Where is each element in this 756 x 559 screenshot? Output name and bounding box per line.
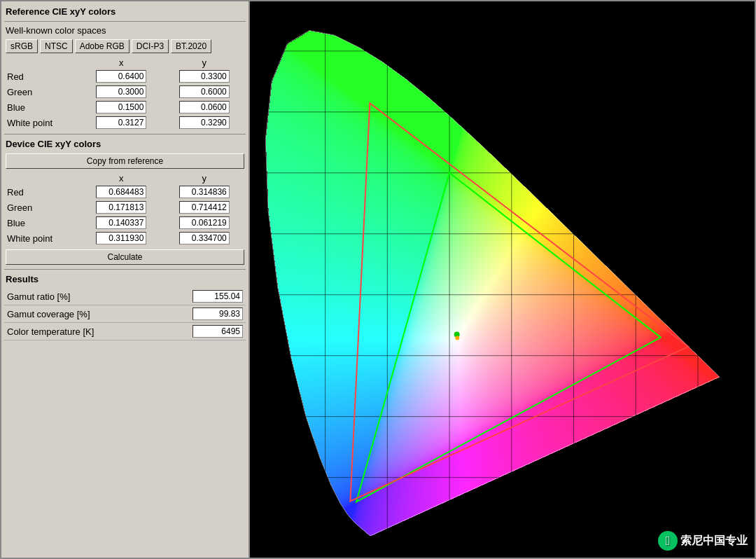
ref-red-label: Red xyxy=(4,69,80,84)
btn-ntsc[interactable]: NTSC xyxy=(40,39,73,53)
ref-red-x-cell xyxy=(80,69,162,84)
dev-white-label: White point xyxy=(4,230,80,246)
dev-green-label: Green xyxy=(4,200,80,215)
watermark:  索尼中国专业 xyxy=(658,531,748,551)
gamut-coverage-input[interactable] xyxy=(192,308,243,320)
color-temp-value-cell xyxy=(155,323,246,340)
dev-green-y[interactable] xyxy=(179,201,230,214)
ref-white-x[interactable] xyxy=(96,116,146,129)
btn-adobe-rgb[interactable]: Adobe RGB xyxy=(75,39,130,53)
dev-blue-x-cell xyxy=(80,215,162,230)
btn-bt2020[interactable]: BT.2020 xyxy=(171,39,211,53)
results-table: Gamut ratio [%] Gamut coverage [%] Color… xyxy=(4,288,246,340)
dev-white-x-cell xyxy=(80,230,162,246)
watermark-icon:  xyxy=(658,531,678,551)
calculate-button[interactable]: Calculate xyxy=(6,249,244,265)
dev-col-y: y xyxy=(163,172,246,184)
ref-red-row: Red xyxy=(4,69,246,84)
ref-white-y-cell xyxy=(163,115,246,130)
dev-red-x-cell xyxy=(80,184,162,200)
gamut-ratio-value-cell xyxy=(155,288,246,305)
gamut-ratio-input[interactable] xyxy=(192,290,243,303)
dev-col-x: x xyxy=(80,172,162,184)
ref-red-y-cell xyxy=(163,69,246,84)
ref-green-label: Green xyxy=(4,84,80,99)
dev-white-y[interactable] xyxy=(179,232,230,244)
cie-diagram-panel:  索尼中国专业 xyxy=(250,1,755,558)
left-panel: Reference CIE xyY colors Well-known colo… xyxy=(1,1,250,558)
divider-2 xyxy=(4,134,246,134)
dev-green-x-cell xyxy=(80,200,162,215)
dev-white-y-cell xyxy=(163,230,246,246)
dev-red-x[interactable] xyxy=(96,186,146,198)
well-known-header: Well-known color spaces xyxy=(4,24,246,37)
dev-blue-label: Blue xyxy=(4,215,80,230)
ref-green-x-cell xyxy=(80,84,162,99)
color-temp-label: Color temperature [K] xyxy=(4,323,155,340)
color-space-buttons: sRGB NTSC Adobe RGB DCI-P3 BT.2020 xyxy=(4,37,246,55)
result-gamut-coverage-row: Gamut coverage [%] xyxy=(4,305,246,323)
results-header: Results xyxy=(4,272,246,287)
gamut-coverage-label: Gamut coverage [%] xyxy=(4,305,155,323)
btn-srgb[interactable]: sRGB xyxy=(6,39,38,53)
dev-green-x[interactable] xyxy=(96,201,146,214)
copy-from-reference-button[interactable]: Copy from reference xyxy=(6,153,244,169)
ref-col-x: x xyxy=(80,57,162,69)
ref-green-row: Green xyxy=(4,84,246,99)
ref-green-y[interactable] xyxy=(179,85,230,98)
btn-dci-p3[interactable]: DCI-P3 xyxy=(132,39,169,53)
dev-blue-row: Blue xyxy=(4,215,246,230)
ref-blue-row: Blue xyxy=(4,99,246,115)
ref-green-y-cell xyxy=(163,84,246,99)
ref-blue-y[interactable] xyxy=(179,101,230,113)
dev-blue-x[interactable] xyxy=(96,216,146,229)
ref-white-label: White point xyxy=(4,115,80,130)
color-temp-input[interactable] xyxy=(192,325,243,338)
dev-red-row: Red xyxy=(4,184,246,200)
reference-header: Reference CIE xyY colors xyxy=(4,4,246,19)
gamut-coverage-value-cell xyxy=(155,305,246,323)
dev-red-y[interactable] xyxy=(179,186,230,198)
gamut-ratio-label: Gamut ratio [%] xyxy=(4,288,155,305)
dev-red-label: Red xyxy=(4,184,80,200)
result-gamut-ratio-row: Gamut ratio [%] xyxy=(4,288,246,305)
device-table: x y Red Green Blue xyxy=(4,172,246,246)
cie-canvas xyxy=(250,1,755,558)
ref-blue-label: Blue xyxy=(4,99,80,115)
dev-green-y-cell xyxy=(163,200,246,215)
divider-1 xyxy=(4,21,246,22)
dev-green-row: Green xyxy=(4,200,246,215)
watermark-text: 索尼中国专业 xyxy=(680,534,748,548)
dev-red-y-cell xyxy=(163,184,246,200)
ref-white-row: White point xyxy=(4,115,246,130)
dev-white-x[interactable] xyxy=(96,232,146,244)
ref-white-y[interactable] xyxy=(179,116,230,129)
ref-blue-x-cell xyxy=(80,99,162,115)
ref-col-y: y xyxy=(163,57,246,69)
ref-white-x-cell xyxy=(80,115,162,130)
device-header: Device CIE xyY colors xyxy=(4,137,246,151)
ref-blue-x[interactable] xyxy=(96,101,146,113)
result-color-temp-row: Color temperature [K] xyxy=(4,323,246,340)
dev-blue-y[interactable] xyxy=(179,216,230,229)
ref-red-y[interactable] xyxy=(179,70,230,83)
ref-red-x[interactable] xyxy=(96,70,146,83)
app-container: Reference CIE xyY colors Well-known colo… xyxy=(0,0,756,559)
reference-table: x y Red Green Blue xyxy=(4,57,246,130)
ref-green-x[interactable] xyxy=(96,85,146,98)
ref-blue-y-cell xyxy=(163,99,246,115)
dev-white-row: White point xyxy=(4,230,246,246)
dev-blue-y-cell xyxy=(163,215,246,230)
divider-3 xyxy=(4,269,246,270)
